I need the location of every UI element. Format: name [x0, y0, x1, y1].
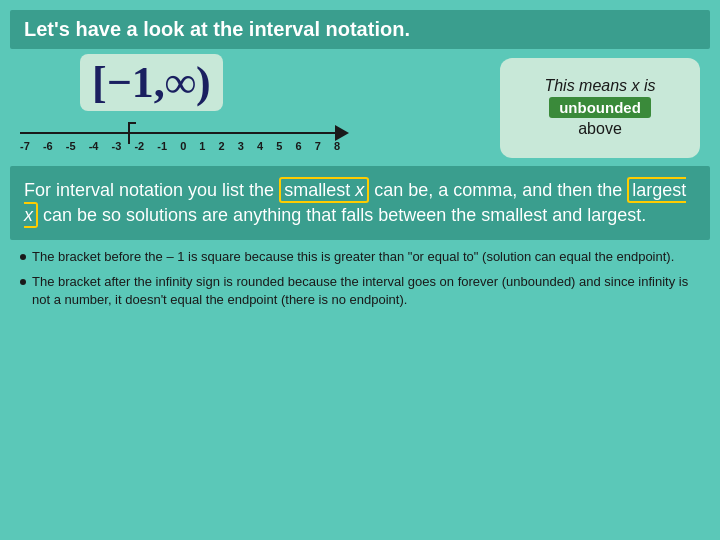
- top-section: [−1,∞) -7 -6 -5 -4 -3 -2 -1 0 1: [10, 57, 710, 158]
- arrow-right-icon: [335, 125, 349, 141]
- note-item-1: The bracket before the – 1 is square bec…: [20, 248, 700, 266]
- middle-section: For interval notation you list the small…: [10, 166, 710, 240]
- means-text: This means x is: [544, 77, 655, 95]
- smallest-x-highlight: smallest x: [279, 177, 369, 203]
- number-line: [20, 132, 340, 134]
- para-middle2: can be so solutions are anything that fa…: [38, 205, 646, 225]
- unbounded-badge: unbounded: [549, 97, 651, 118]
- note-bullet-1: [20, 254, 26, 260]
- note-item-2: The bracket after the infinity sign is r…: [20, 273, 700, 309]
- notation-area: [−1,∞) -7 -6 -5 -4 -3 -2 -1 0 1: [20, 57, 490, 158]
- title-text: Let's have a look at the interval notati…: [24, 18, 410, 40]
- note-text-2: The bracket after the infinity sign is r…: [32, 273, 700, 309]
- main-container: Let's have a look at the interval notati…: [0, 0, 720, 540]
- bottom-notes: The bracket before the – 1 is square bec…: [10, 248, 710, 309]
- title-bar: Let's have a look at the interval notati…: [10, 10, 710, 49]
- para-before-smallest: For interval notation you list the: [24, 180, 279, 200]
- interval-notation: [−1,∞): [20, 57, 223, 108]
- para-middle1: can be, a comma, and then the: [369, 180, 627, 200]
- above-text: above: [578, 120, 622, 138]
- bracket-top: [128, 122, 136, 124]
- explanation-box: This means x is unbounded above: [500, 58, 700, 158]
- number-line-container: -7 -6 -5 -4 -3 -2 -1 0 1 2 3 4 5 6 7 8: [20, 118, 360, 158]
- note-bullet-2: [20, 279, 26, 285]
- note-text-1: The bracket before the – 1 is square bec…: [32, 248, 674, 266]
- number-labels: -7 -6 -5 -4 -3 -2 -1 0 1 2 3 4 5 6 7 8: [20, 140, 340, 152]
